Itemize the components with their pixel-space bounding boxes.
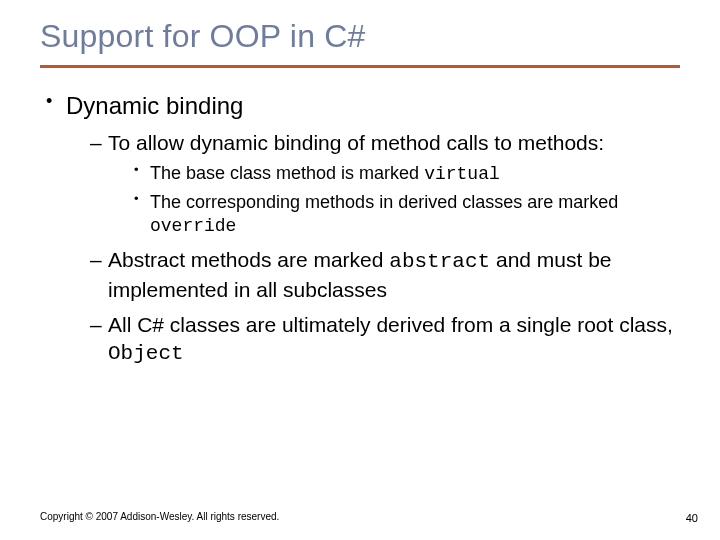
title-divider [40,65,680,68]
code-keyword: abstract [389,250,490,273]
list-item: To allow dynamic binding of method calls… [90,129,680,238]
bullet-text: To allow dynamic binding of method calls… [108,131,604,154]
list-item: The corresponding methods in derived cla… [134,191,680,239]
code-keyword: override [150,216,236,236]
bullet-list-level1: Dynamic binding To allow dynamic binding… [40,90,680,368]
page-number: 40 [686,512,698,524]
bullet-list-level2: To allow dynamic binding of method calls… [66,129,680,368]
list-item: The base class method is marked virtual [134,162,680,186]
list-item: All C# classes are ultimately derived fr… [90,311,680,368]
bullet-list-level3: The base class method is marked virtual … [108,162,680,238]
bullet-text: The base class method is marked [150,163,424,183]
slide-title: Support for OOP in C# [40,18,680,55]
slide: Support for OOP in C# Dynamic binding To… [0,0,720,540]
code-keyword: virtual [424,164,500,184]
bullet-text: Dynamic binding [66,92,243,119]
bullet-text: All C# classes are ultimately derived fr… [108,313,673,336]
bullet-text: The corresponding methods in derived cla… [150,192,618,212]
list-item: Dynamic binding To allow dynamic binding… [44,90,680,368]
bullet-text: Abstract methods are marked [108,248,389,271]
copyright-footer: Copyright © 2007 Addison-Wesley. All rig… [40,511,279,522]
list-item: Abstract methods are marked abstract and… [90,246,680,303]
code-keyword: Object [108,342,184,365]
